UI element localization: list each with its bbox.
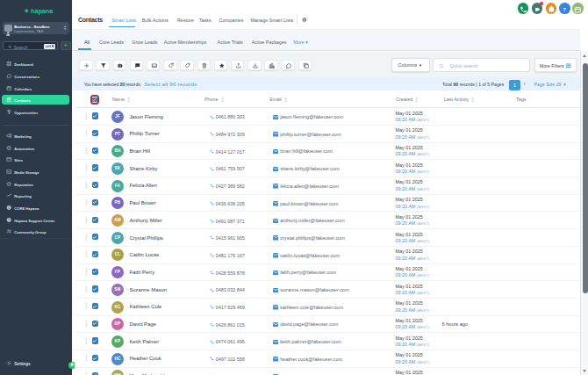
svg-text:?: ?	[563, 7, 567, 12]
svg-text:?: ?	[8, 218, 10, 221]
